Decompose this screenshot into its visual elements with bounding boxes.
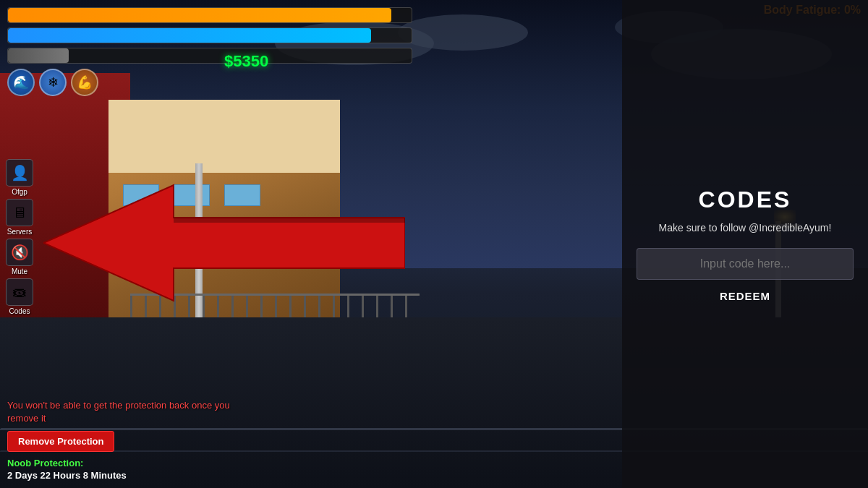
- modal-title: CODES: [699, 187, 792, 213]
- servers-icon: 🖥: [6, 199, 33, 226]
- window: [174, 233, 210, 254]
- window: [123, 184, 159, 206]
- window: [224, 184, 260, 206]
- redeem-button[interactable]: REDEEM: [720, 290, 770, 302]
- codes-modal: CODES Make sure to follow @IncredibleAyu…: [622, 0, 868, 488]
- sidebar-item-servers[interactable]: 🖥 Servers: [6, 199, 33, 236]
- cloud: [398, 14, 528, 51]
- window: [174, 184, 210, 206]
- window: [123, 233, 159, 254]
- window: [224, 233, 260, 254]
- building-top: [109, 100, 340, 172]
- code-input[interactable]: [637, 248, 854, 280]
- ofgp-label: Ofgp: [12, 188, 27, 196]
- ofgp-icon: 👤: [6, 159, 33, 187]
- codes-icon: 🎟: [6, 278, 33, 306]
- codes-label: Codes: [9, 307, 30, 315]
- modal-subtitle: Make sure to follow @IncredibleAyum!: [659, 222, 832, 234]
- servers-label: Servers: [7, 228, 32, 236]
- sidebar-item-ofgp[interactable]: 👤 Ofgp: [6, 159, 33, 196]
- sidebar-item-mute[interactable]: 🔇 Mute: [6, 239, 33, 275]
- protection-warning-text: You won't be able to get the protection …: [7, 399, 239, 425]
- sidebar: 👤 Ofgp 🖥 Servers 🔇 Mute 🎟 Codes: [6, 159, 33, 315]
- noob-protection-label: Noob Protection:: [7, 458, 239, 468]
- sidebar-item-codes[interactable]: 🎟 Codes: [6, 278, 33, 315]
- noob-protection-timer: 2 Days 22 Hours 8 Minutes: [7, 470, 239, 481]
- mute-label: Mute: [12, 267, 27, 275]
- protection-panel: You won't be able to get the protection …: [7, 399, 239, 481]
- mute-icon: 🔇: [6, 239, 33, 266]
- remove-protection-button[interactable]: Remove Protection: [7, 431, 114, 452]
